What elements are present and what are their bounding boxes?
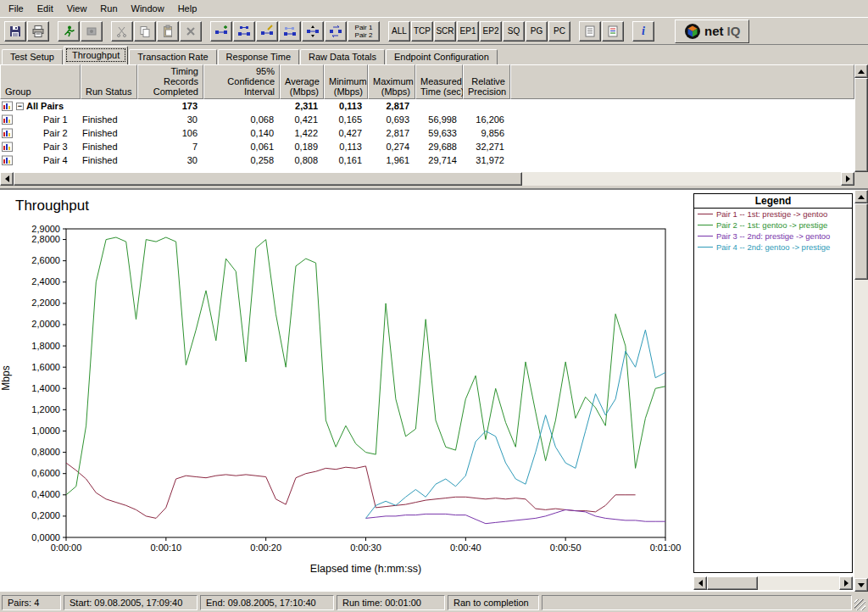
column-header-prec[interactable]: RelativePrecision bbox=[463, 64, 510, 99]
swap-endpoints-button[interactable] bbox=[325, 21, 347, 42]
table-row-pair-3[interactable]: Pair 3Finished70,0610,1890,1130,27429,68… bbox=[0, 140, 854, 153]
filter-button-scr[interactable]: SCR bbox=[434, 21, 456, 42]
tab-test-setup[interactable]: Test Setup bbox=[2, 49, 63, 64]
table-row-all-pairs[interactable]: −All Pairs1732,3110,1132,817 bbox=[0, 99, 854, 113]
filter-button-all[interactable]: ALL bbox=[388, 21, 410, 42]
x-tick-label: 0:00:50 bbox=[550, 542, 581, 553]
report-view-button[interactable] bbox=[579, 21, 601, 42]
y-tick-label: 0,6000 bbox=[31, 468, 60, 478]
x-tick-label: 0:00:10 bbox=[150, 542, 181, 553]
tab-response-time[interactable]: Response Time bbox=[218, 49, 299, 64]
ci-cell: 0,068 bbox=[203, 114, 280, 125]
reorder-pairs-button[interactable] bbox=[302, 21, 324, 42]
column-header-ci[interactable]: 95% ConfidenceInterval bbox=[203, 64, 280, 99]
menu-item-run[interactable]: Run bbox=[93, 1, 124, 16]
vertical-scroll-thumb[interactable] bbox=[854, 78, 868, 172]
header-line2: (Mbps) bbox=[373, 86, 410, 97]
tab-endpoint-configuration[interactable]: Endpoint Configuration bbox=[386, 49, 498, 64]
scroll-track-space[interactable] bbox=[522, 172, 841, 186]
collapse-expander[interactable]: − bbox=[16, 103, 24, 110]
pane-scroll-down-button[interactable] bbox=[854, 578, 868, 592]
edit-pair-button[interactable] bbox=[256, 21, 278, 42]
add-group-icon bbox=[237, 25, 251, 38]
pane-vertical-scrollbar[interactable] bbox=[854, 190, 868, 592]
legend-horizontal-scrollbar[interactable] bbox=[693, 576, 853, 590]
pair-visibility-button[interactable]: Pair 1 Pair 2 bbox=[348, 21, 380, 42]
tab-throughput[interactable]: Throughput bbox=[64, 46, 128, 64]
column-header-group[interactable]: Group bbox=[0, 64, 81, 99]
scroll-up-button[interactable] bbox=[854, 64, 868, 78]
filter-button-sq[interactable]: SQ bbox=[503, 21, 525, 42]
column-header-filler bbox=[510, 64, 854, 99]
y-tick-label: 2,0000 bbox=[31, 319, 60, 329]
time-cell: 59,633 bbox=[415, 128, 463, 138]
add-pair-button[interactable] bbox=[210, 21, 232, 42]
resize-grip[interactable] bbox=[854, 599, 865, 610]
timing-cell: 173 bbox=[137, 101, 203, 111]
column-header-max[interactable]: Maximum(Mbps) bbox=[368, 64, 415, 99]
filter-button-pg[interactable]: PG bbox=[526, 21, 548, 42]
legend-horizontal-thumb[interactable] bbox=[707, 576, 758, 590]
scroll-right-button[interactable] bbox=[841, 172, 854, 186]
color-report-view-button[interactable] bbox=[602, 21, 624, 42]
results-table-header: GroupRun StatusTiming RecordsCompleted95… bbox=[0, 64, 854, 99]
group-label: Pair 3 bbox=[43, 142, 68, 152]
legend-scroll-track-space[interactable] bbox=[758, 576, 839, 590]
group-cell: Pair 3 bbox=[0, 142, 81, 152]
legend-scroll-left-button[interactable] bbox=[693, 576, 707, 590]
menu-item-edit[interactable]: Edit bbox=[31, 1, 60, 16]
print-button[interactable] bbox=[27, 21, 49, 42]
column-filter-group: ALLTCPSCREP1EP2SQPGPC bbox=[388, 21, 571, 42]
netiq-cube-icon bbox=[684, 23, 701, 40]
group-label: Pair 1 bbox=[43, 114, 68, 125]
table-row-pair-2[interactable]: Pair 2Finished1060,1401,4220,4272,81759,… bbox=[0, 126, 854, 140]
y-tick-label: 0,8000 bbox=[31, 447, 60, 457]
table-row-pair-1[interactable]: Pair 1Finished300,0680,4210,1650,69356,9… bbox=[0, 113, 854, 126]
menu-item-help[interactable]: Help bbox=[171, 1, 204, 16]
header-line1: Minimum bbox=[329, 76, 363, 86]
table-horizontal-scrollbar[interactable] bbox=[0, 172, 854, 186]
column-header-avg[interactable]: Average(Mbps) bbox=[280, 64, 324, 99]
menu-item-file[interactable]: File bbox=[2, 1, 31, 16]
legend-scroll-right-button[interactable] bbox=[839, 576, 853, 590]
scroll-left-button[interactable] bbox=[0, 172, 14, 186]
status-bar: Pairs: 4Start: 09.08.2005, 17:09:40End: … bbox=[0, 592, 868, 612]
replicate-pair-button[interactable] bbox=[279, 21, 301, 42]
printer-icon bbox=[31, 25, 45, 38]
header-line1: 95% Confidence bbox=[209, 66, 275, 86]
column-header-min[interactable]: Minimum(Mbps) bbox=[324, 64, 368, 99]
pane-vertical-thumb[interactable] bbox=[854, 203, 868, 280]
column-header-time[interactable]: MeasuredTime (sec) bbox=[415, 64, 463, 99]
header-line2: Precision bbox=[468, 86, 505, 97]
filter-button-ep1[interactable]: EP1 bbox=[457, 21, 479, 42]
menu-item-window[interactable]: Window bbox=[125, 1, 171, 16]
table-vertical-scrollbar[interactable] bbox=[854, 64, 868, 186]
delete-button[interactable] bbox=[180, 21, 202, 42]
info-button[interactable]: i bbox=[632, 21, 654, 42]
legend-entry-pair-4: Pair 4 -- 2nd: gentoo -> prestige bbox=[694, 242, 852, 253]
menu-item-view[interactable]: View bbox=[60, 1, 94, 16]
header-line2: Completed bbox=[142, 86, 198, 97]
stop-test-button[interactable] bbox=[81, 21, 103, 42]
table-row-pair-4[interactable]: Pair 4Finished300,2580,8080,1611,96129,7… bbox=[0, 153, 854, 167]
run-status-cell: Finished bbox=[81, 142, 137, 152]
x-tick-label: 0:00:00 bbox=[51, 542, 82, 553]
pair-toolbar-group: Pair 1 Pair 2 bbox=[210, 21, 381, 42]
legend-panel: Legend Pair 1 -- 1st: prestige -> gentoo… bbox=[693, 193, 853, 573]
add-group-button[interactable] bbox=[233, 21, 255, 42]
filter-button-pc[interactable]: PC bbox=[548, 21, 570, 42]
copy-button[interactable] bbox=[134, 21, 156, 42]
pane-scroll-up-button[interactable] bbox=[854, 190, 868, 203]
column-header-run_status[interactable]: Run Status bbox=[81, 64, 137, 99]
cut-button[interactable] bbox=[111, 21, 133, 42]
save-button[interactable] bbox=[4, 21, 26, 42]
tab-transaction-rate[interactable]: Transaction Rate bbox=[129, 49, 216, 64]
pane-scroll-track-space[interactable] bbox=[854, 280, 868, 578]
paste-button[interactable] bbox=[157, 21, 179, 42]
column-header-timing[interactable]: Timing RecordsCompleted bbox=[137, 64, 203, 99]
filter-button-tcp[interactable]: TCP bbox=[411, 21, 433, 42]
filter-button-ep2[interactable]: EP2 bbox=[480, 21, 502, 42]
horizontal-scroll-thumb[interactable] bbox=[14, 172, 522, 186]
run-test-button[interactable] bbox=[58, 21, 80, 42]
tab-raw-data-totals[interactable]: Raw Data Totals bbox=[300, 49, 385, 64]
